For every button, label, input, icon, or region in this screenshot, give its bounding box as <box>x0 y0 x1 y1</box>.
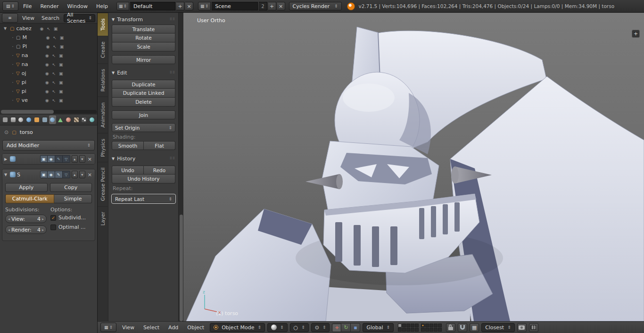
outliner-row[interactable]: ▼ ▢ cabez ◉ ↖ ▣ <box>0 24 97 33</box>
subdivide-uvs-checkbox[interactable]: ✓ Subdivid... <box>50 215 92 221</box>
simple-toggle[interactable]: Simple <box>54 194 92 203</box>
open-properties-region-button[interactable]: + <box>632 30 640 38</box>
repeat-last-button[interactable]: Repeat Last ⇕ <box>112 194 175 203</box>
layer-cell[interactable] <box>438 324 442 327</box>
hide-eye-icon[interactable]: ◉ <box>45 71 49 76</box>
add-screen-layout-button[interactable]: + <box>176 2 184 10</box>
scrollbar-thumb[interactable] <box>180 215 183 321</box>
render-camera-icon[interactable]: ▣ <box>59 89 63 94</box>
hide-eye-icon[interactable]: ◉ <box>45 62 49 67</box>
view-menu[interactable]: View <box>19 15 37 21</box>
outliner-row[interactable]: · ▢ Pl ◉ ↖ ▣ <box>0 42 97 51</box>
modifier-move-down-button[interactable]: ▾ <box>79 155 85 163</box>
rotate-button[interactable]: Rotate <box>112 33 175 42</box>
duplicate-linked-button[interactable]: Duplicate Linked <box>112 89 175 98</box>
panel-grip-icon[interactable]: ⠿⠿ <box>170 157 175 160</box>
rotate-manipulator-toggle[interactable]: ↻ <box>341 323 351 332</box>
delete-scene-button[interactable]: × <box>277 2 285 10</box>
layer-cell[interactable] <box>406 328 410 332</box>
outliner-row[interactable]: · ▽ ve ◉ ↖ ▣ <box>0 96 97 105</box>
outliner-item-label[interactable]: oj <box>22 70 43 76</box>
properties-editor[interactable]: ⊙ ▢ torso Add Modifier ⇕ ▶ ▣ ◉ ✎ ▽ ▴ ▾ ×… <box>0 115 98 333</box>
layer-cell[interactable] <box>421 324 425 327</box>
catmull-clark-toggle[interactable]: Catmull-Clark <box>5 194 54 203</box>
outliner-row[interactable]: · ▽ na ◉ ↖ ▣ <box>0 60 97 69</box>
selectable-cursor-icon[interactable]: ↖ <box>52 98 56 103</box>
selectable-cursor-icon[interactable]: ↖ <box>53 44 57 49</box>
render-camera-icon[interactable]: ▣ <box>54 26 58 31</box>
hide-eye-icon[interactable]: ◉ <box>45 98 49 103</box>
tab-render[interactable] <box>1 116 9 124</box>
layer-cell[interactable] <box>438 328 442 332</box>
hide-eye-icon[interactable]: ◉ <box>45 53 49 58</box>
tool-shelf[interactable]: ▼ Transform ⠿⠿ Translate Rotate Scale Mi… <box>108 13 178 321</box>
expand-icon[interactable]: ▶ <box>4 157 8 161</box>
tab-render-layers[interactable] <box>9 116 17 124</box>
editor-type-button[interactable]: ▦ ⇕ <box>100 323 116 332</box>
tool-shelf-scrollbar[interactable] <box>178 13 183 321</box>
outliner-item-label[interactable]: pi <box>22 79 43 85</box>
tab-animation[interactable]: Animation <box>98 97 108 133</box>
outliner-item-label[interactable]: pi <box>22 88 43 94</box>
outliner-row[interactable]: · ▽ pi ◉ ↖ ▣ <box>0 78 97 87</box>
tab-grease-pencil[interactable]: Grease Pencil <box>98 162 108 206</box>
checkbox-unchecked-icon[interactable] <box>50 225 56 230</box>
screen-layout-name-field[interactable]: Default <box>130 2 175 10</box>
add-scene-button[interactable]: + <box>268 2 276 10</box>
layer-cell[interactable] <box>415 328 419 332</box>
layer-cell[interactable] <box>406 324 410 327</box>
outliner-item-label[interactable]: na <box>22 52 43 58</box>
render-camera-icon[interactable]: ▣ <box>59 71 63 76</box>
tab-world[interactable] <box>25 116 33 124</box>
copy-button[interactable]: Copy <box>50 183 92 192</box>
scale-manipulator-toggle[interactable]: ▪ <box>351 323 360 332</box>
outliner-row[interactable]: · ▢ M ◉ ↖ ▣ <box>0 33 97 42</box>
scale-button[interactable]: Scale <box>112 42 175 51</box>
pin-icon[interactable]: ⊙ <box>4 129 8 135</box>
tab-constraints[interactable] <box>41 116 49 124</box>
object-menu[interactable]: Object <box>184 325 207 331</box>
modifier-header[interactable]: ▶ ▣ ◉ ✎ ▽ ▴ ▾ × <box>2 154 95 164</box>
selectable-cursor-icon[interactable]: ↖ <box>52 53 56 58</box>
decrement-arrow-icon[interactable]: ◂ <box>8 228 10 232</box>
outliner-row[interactable]: · ▽ oj ◉ ↖ ▣ <box>0 69 97 78</box>
selectable-cursor-icon[interactable]: ↖ <box>47 26 50 31</box>
layer-cell[interactable] <box>411 328 414 332</box>
checkbox-checked-icon[interactable]: ✓ <box>50 215 56 221</box>
render-menu[interactable]: Render <box>36 3 62 9</box>
selectable-cursor-icon[interactable]: ↖ <box>52 71 56 76</box>
mode-select[interactable]: Object Mode ⇕ <box>210 323 265 332</box>
layer-cell[interactable] <box>425 328 429 332</box>
outliner-item-label[interactable]: ve <box>22 97 43 103</box>
layer-cell[interactable] <box>415 324 419 327</box>
edit-panel-header[interactable]: ▼ Edit ⠿⠿ <box>112 68 175 77</box>
layer-cell[interactable] <box>398 328 402 332</box>
join-button[interactable]: Join <box>112 110 175 119</box>
tab-texture[interactable] <box>73 116 80 124</box>
modifier-cage-toggle[interactable]: ▽ <box>63 171 70 178</box>
search-menu[interactable]: Search <box>39 15 62 21</box>
render-camera-icon[interactable]: ▣ <box>59 80 63 85</box>
opengl-render-button[interactable] <box>517 323 527 332</box>
tab-modifiers[interactable] <box>49 116 57 124</box>
view-subdivisions-field[interactable]: ◂ View: 4 ▸ <box>5 215 47 223</box>
modifier-cage-toggle[interactable]: ▽ <box>63 155 70 163</box>
tab-object[interactable] <box>33 116 41 124</box>
tab-layer[interactable]: Layer <box>98 206 108 231</box>
pivot-point-select[interactable]: ⊙ ⇕ <box>311 323 330 332</box>
mirror-button[interactable]: Mirror <box>112 55 175 64</box>
modifier-name[interactable]: S <box>17 172 20 178</box>
panel-grip-icon[interactable]: ⠿⠿ <box>170 71 175 75</box>
transform-panel-header[interactable]: ▼ Transform ⠿⠿ <box>112 15 175 24</box>
scene-name-field[interactable]: Scene <box>212 2 258 10</box>
tab-material[interactable] <box>65 116 72 124</box>
modifier-render-toggle[interactable]: ▣ <box>40 155 48 163</box>
duplicate-button[interactable]: Duplicate <box>112 80 175 89</box>
panel-grip-icon[interactable]: ⠿⠿ <box>170 17 175 21</box>
apply-button[interactable]: Apply <box>5 183 48 192</box>
smooth-button[interactable]: Smooth <box>112 141 144 150</box>
render-camera-icon[interactable]: ▣ <box>60 35 64 40</box>
editor-type-button[interactable]: ▤ ⇕ <box>2 1 18 11</box>
add-menu[interactable]: Add <box>165 325 182 331</box>
modifier-render-toggle[interactable]: ▣ <box>40 171 48 178</box>
